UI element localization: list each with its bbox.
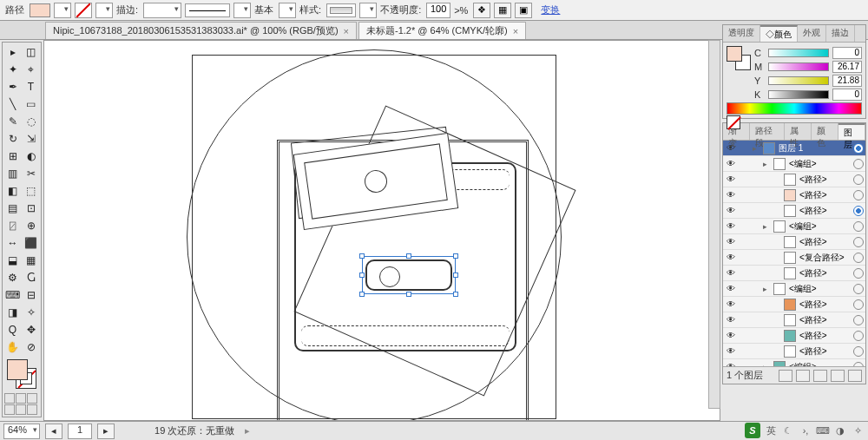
mode-btn-1[interactable] [16, 393, 26, 404]
target-icon[interactable] [853, 284, 864, 294]
tool-19[interactable]: ⊡ [22, 200, 40, 217]
visibility-icon[interactable]: 👁 [725, 268, 737, 278]
tool-18[interactable]: ▤ [3, 200, 22, 217]
layer-row[interactable]: 👁▸<编组> [723, 219, 865, 234]
tool-30[interactable]: ◨ [3, 304, 22, 321]
tool-25[interactable]: ▦ [22, 252, 40, 269]
visibility-icon[interactable]: 👁 [725, 174, 737, 184]
canvas[interactable] [43, 40, 720, 421]
tool-29[interactable]: ⊟ [22, 286, 40, 304]
opacity-input[interactable]: 100 [426, 3, 450, 18]
twist-icon[interactable]: ▸ [753, 144, 761, 153]
clasp-selection[interactable] [362, 256, 456, 294]
tool-8[interactable]: ✎ [3, 113, 22, 130]
visibility-icon[interactable]: 👁 [725, 299, 737, 309]
fill-stroke-proxy[interactable] [727, 46, 751, 70]
tool-14[interactable]: ▥ [3, 165, 22, 182]
ime-logo-icon[interactable]: S [745, 423, 760, 438]
twist-icon[interactable]: ▸ [763, 363, 772, 367]
tab-transparency[interactable]: 透明度 [723, 25, 760, 42]
slider-track[interactable] [768, 90, 829, 99]
tool-35[interactable]: ⊘ [22, 338, 40, 356]
target-icon[interactable] [853, 331, 864, 341]
slider-value[interactable]: 26.17 [832, 61, 862, 73]
visibility-icon[interactable]: 👁 [725, 284, 737, 293]
mode-btn-5[interactable] [27, 404, 37, 415]
layer-row[interactable]: 👁<路径> [723, 172, 865, 187]
make-clip-icon[interactable] [796, 370, 810, 382]
visibility-icon[interactable]: 👁 [725, 143, 737, 153]
ime-keyboard-icon[interactable]: ⌨ [816, 424, 830, 437]
tool-13[interactable]: ◐ [22, 148, 40, 165]
slider-value[interactable]: 21.88 [832, 75, 862, 87]
visibility-icon[interactable]: 👁 [725, 315, 737, 325]
tool-22[interactable]: ↔ [3, 234, 22, 252]
ime-settings-icon[interactable]: ✧ [851, 424, 865, 437]
new-sublayer-icon[interactable] [813, 370, 827, 382]
target-icon[interactable] [853, 143, 864, 154]
tab-pathseg[interactable]: 路径段 [750, 123, 785, 140]
target-icon[interactable] [853, 221, 864, 232]
target-icon[interactable] [853, 159, 864, 169]
layer-row[interactable]: 👁▸<编组> [723, 281, 865, 297]
tool-26[interactable]: ⚙ [3, 269, 22, 286]
stroke-weight[interactable] [143, 3, 181, 18]
fill-swatch[interactable] [30, 3, 50, 17]
slider-track[interactable] [768, 49, 829, 57]
handle-t[interactable] [406, 253, 411, 259]
brush-dd[interactable] [279, 3, 296, 18]
layer-row[interactable]: 👁<路径> [723, 203, 865, 219]
visibility-icon[interactable]: 👁 [725, 206, 737, 215]
close-icon[interactable]: × [513, 26, 518, 36]
twist-icon[interactable]: ▸ [763, 160, 772, 168]
visibility-icon[interactable]: 👁 [725, 221, 737, 231]
tool-27[interactable]: Ⴚ [22, 269, 40, 286]
target-icon[interactable] [853, 206, 864, 216]
layer-row[interactable]: 👁<路径> [723, 187, 865, 203]
mode-btn-3[interactable] [4, 404, 15, 415]
tool-10[interactable]: ↻ [3, 130, 22, 148]
style-sample[interactable] [326, 3, 356, 17]
stroke-dropdown[interactable] [95, 3, 113, 18]
handle-br[interactable] [453, 292, 458, 297]
target-icon[interactable] [853, 362, 864, 367]
handle-b[interactable] [406, 292, 411, 297]
visibility-icon[interactable]: 👁 [725, 190, 737, 200]
tool-0[interactable]: ▸ [3, 43, 22, 61]
no-stroke-icon[interactable] [75, 3, 92, 18]
visibility-icon[interactable]: 👁 [725, 331, 737, 340]
layer-row[interactable]: 👁▸<编组> [723, 156, 865, 172]
twist-icon[interactable]: ▸ [763, 222, 772, 231]
tool-28[interactable]: ⌨ [3, 286, 22, 304]
layer-row[interactable]: 👁<路径> [723, 266, 865, 281]
tool-31[interactable]: ✧ [22, 304, 40, 321]
twist-icon[interactable]: ▸ [763, 285, 772, 293]
new-layer-icon[interactable] [831, 370, 845, 382]
tab-appearance[interactable]: 外观 [798, 25, 826, 42]
nav-prev-icon[interactable]: ◂ [45, 424, 62, 439]
delete-layer-icon[interactable] [848, 370, 862, 382]
handle-r[interactable] [453, 273, 458, 278]
ime-moon-icon[interactable]: ☾ [781, 424, 795, 437]
slider-track[interactable] [768, 76, 829, 85]
page-input[interactable]: 1 [68, 424, 92, 439]
handle-tr[interactable] [453, 253, 458, 259]
visibility-icon[interactable]: 👁 [725, 362, 737, 366]
mode-btn-0[interactable] [4, 393, 15, 404]
tool-12[interactable]: ⊞ [3, 148, 22, 165]
tool-24[interactable]: ⬓ [3, 252, 22, 269]
none-color-icon[interactable] [727, 115, 740, 129]
tool-9[interactable]: ◌ [22, 113, 40, 130]
tool-32[interactable]: Q [3, 321, 22, 338]
style-dd[interactable] [359, 3, 377, 18]
layer-row[interactable]: 👁▸图层 1 [723, 141, 865, 156]
visibility-icon[interactable]: 👁 [725, 346, 737, 356]
slider-value[interactable]: 0 [832, 47, 862, 59]
tab-colors[interactable]: 颜色 [812, 123, 838, 140]
tool-20[interactable]: ⍁ [3, 217, 22, 234]
tool-16[interactable]: ◧ [3, 182, 22, 200]
target-icon[interactable] [853, 268, 864, 279]
ime-skin-icon[interactable]: ◑ [833, 424, 847, 437]
mode-btn-4[interactable] [16, 404, 26, 415]
zoom-dropdown[interactable]: 64% [3, 424, 40, 439]
